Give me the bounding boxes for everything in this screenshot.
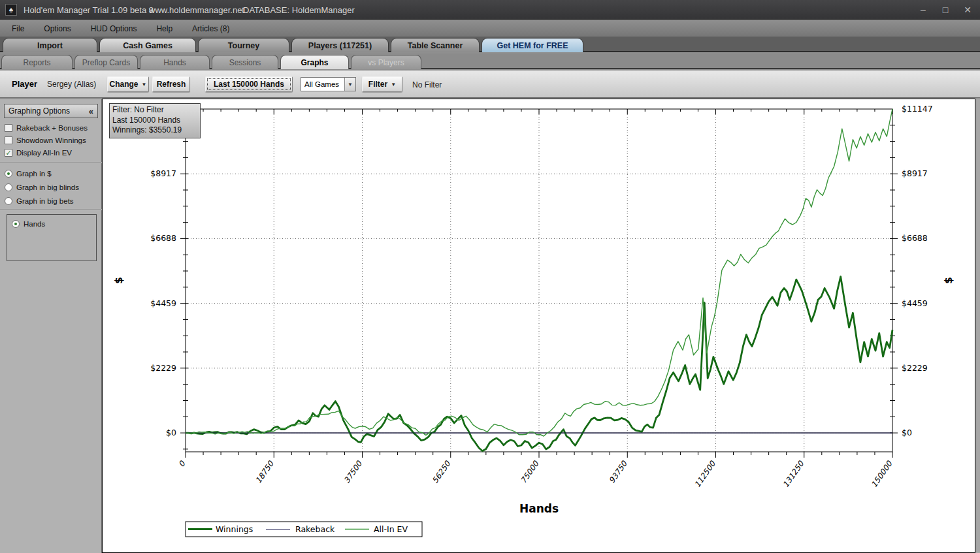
legend-label: Winnings	[216, 524, 253, 534]
graphing-options-header[interactable]: Graphing Options «	[4, 104, 98, 118]
menu-articles[interactable]: Articles (8)	[192, 24, 229, 33]
divider	[0, 209, 102, 210]
checkbox-display-allin-ev[interactable]: Display All-In EV	[5, 148, 72, 158]
player-toolbar: Player Sergey (Alias) Change▼ Refresh La…	[0, 71, 980, 98]
winnings-graph: $0$0$2229$2229$4459$4459$6688$6688$8917$…	[103, 99, 975, 552]
radio-icon[interactable]	[5, 197, 12, 205]
legend-label: All-In EV	[374, 524, 408, 534]
x-axis-label: 18750	[253, 459, 276, 485]
y-axis-label-right: $4459	[902, 298, 928, 308]
tab-preflop-cards[interactable]: Preflop Cards	[74, 55, 138, 69]
games-select-value: All Games	[301, 80, 344, 88]
y-axis-label-right: $0	[902, 428, 912, 437]
plot-border	[186, 109, 892, 452]
tab-sessions[interactable]: Sessions	[212, 55, 278, 69]
maximize-button[interactable]: □	[939, 5, 951, 15]
tab-vs-players[interactable]: vs Players	[351, 55, 421, 69]
tab-import[interactable]: Import	[3, 38, 97, 52]
player-name: Sergey (Alias)	[47, 80, 96, 89]
window-url: www.holdemmanager.net	[149, 5, 244, 15]
application-window: ♠ Hold'em Manager Trial 1.09 beta 8 www.…	[0, 0, 980, 553]
tab-cash-games[interactable]: Cash Games	[99, 38, 196, 52]
y-axis-label-right: $8917	[902, 168, 928, 178]
window-title: Hold'em Manager Trial 1.09 beta 8	[24, 5, 154, 15]
radio-graph-in-dollars[interactable]: Graph in $	[5, 168, 52, 179]
x-axis-label: 131250	[781, 459, 806, 490]
minimize-button[interactable]: –	[917, 5, 929, 15]
radio-graph-in-big-blinds[interactable]: Graph in big blinds	[5, 182, 79, 193]
tab-tourney[interactable]: Tourney	[198, 38, 289, 52]
x-axis-label: 56250	[431, 459, 453, 485]
tab-graphs[interactable]: Graphs	[280, 55, 349, 69]
collapse-panel-icon[interactable]: «	[89, 106, 93, 116]
divider	[0, 162, 102, 163]
x-axis-label: 0	[177, 459, 188, 469]
filter-button[interactable]: Filter▼	[362, 76, 402, 92]
menu-options[interactable]: Options	[44, 24, 71, 33]
chevron-down-icon: ▼	[391, 82, 396, 87]
refresh-button[interactable]: Refresh	[152, 76, 190, 92]
y-axis-label-left: $6688	[150, 233, 176, 243]
title-bar: ♠ Hold'em Manager Trial 1.09 beta 8 www.…	[0, 0, 980, 20]
x-axis-label: 93750	[607, 459, 629, 485]
y-axis-title-left: $	[113, 277, 125, 283]
checkbox-icon[interactable]	[5, 136, 12, 144]
change-player-button[interactable]: Change▼	[107, 76, 149, 92]
x-axis-label: 37500	[342, 459, 365, 485]
y-axis-label-left: $2229	[150, 363, 176, 373]
checkbox-icon[interactable]	[5, 124, 12, 132]
y-axis-title-right: $	[943, 277, 955, 283]
y-axis-label-right: $2229	[902, 363, 928, 373]
player-label: Player	[12, 79, 37, 89]
legend-label: Rakeback	[295, 524, 335, 534]
y-axis-label-right: $11147	[902, 104, 933, 114]
radio-hands[interactable]: Hands	[12, 219, 45, 229]
menu-hud-options[interactable]: HUD Options	[91, 24, 137, 33]
tab-players[interactable]: Players (117251)	[291, 38, 389, 52]
tab-get-hem-free[interactable]: Get HEM for FREE	[482, 38, 583, 52]
radio-selected-icon[interactable]	[5, 170, 12, 178]
close-button[interactable]: ✕	[962, 5, 973, 15]
last-hands-button[interactable]: Last 150000 Hands	[205, 76, 293, 92]
menu-help[interactable]: Help	[156, 24, 172, 33]
x-axis-title: Hands	[519, 502, 559, 515]
graph-panel: $0$0$2229$2229$4459$4459$6688$6688$8917$…	[102, 99, 975, 553]
checkbox-checked-icon[interactable]	[5, 149, 12, 157]
y-axis-label-left: $4459	[150, 298, 176, 308]
checkbox-rakeback-bonuses[interactable]: Rakeback + Bonuses	[5, 123, 88, 133]
radio-selected-icon[interactable]	[12, 220, 20, 228]
y-axis-label-right: $6688	[902, 233, 928, 243]
series-line-all-in-ev	[186, 109, 892, 436]
radio-graph-in-big-bets[interactable]: Graph in big bets	[5, 196, 74, 206]
main-tab-bar: Import Cash Games Tourney Players (11725…	[0, 37, 980, 52]
games-select[interactable]: All Games ▼	[301, 77, 356, 91]
y-axis-label-left: $8917	[150, 168, 176, 178]
chevron-down-icon[interactable]: ▼	[344, 78, 355, 91]
checkbox-showdown-winnings[interactable]: Showdown Winnings	[5, 135, 86, 146]
x-axis-label: 150000	[870, 459, 895, 490]
x-axis-label: 112500	[693, 459, 718, 490]
tab-table-scanner[interactable]: Table Scanner	[391, 38, 480, 52]
chevron-down-icon: ▼	[142, 82, 147, 87]
x-axis-options-box: Hands	[7, 214, 97, 261]
sub-tab-bar: Reports Preflop Cards Hands Sessions Gra…	[0, 54, 980, 69]
window-edge	[975, 99, 980, 553]
graph-info-tooltip: Filter: No Filter Last 150000 Hands Winn…	[109, 103, 201, 138]
window-database: DATABASE: HoldemManager	[243, 5, 355, 15]
menu-file[interactable]: File	[12, 24, 24, 33]
app-spade-icon: ♠	[5, 4, 17, 16]
x-axis-label: 75000	[519, 459, 541, 485]
graphing-options-sidebar: Graphing Options « Rakeback + Bonuses Sh…	[0, 99, 102, 553]
filter-status: No Filter	[412, 80, 442, 89]
y-axis-label-left: $0	[166, 428, 176, 437]
tab-reports[interactable]: Reports	[1, 55, 73, 69]
menu-bar: File Options HUD Options Help Articles (…	[0, 20, 980, 37]
radio-icon[interactable]	[5, 183, 12, 191]
tab-hands[interactable]: Hands	[140, 55, 210, 69]
